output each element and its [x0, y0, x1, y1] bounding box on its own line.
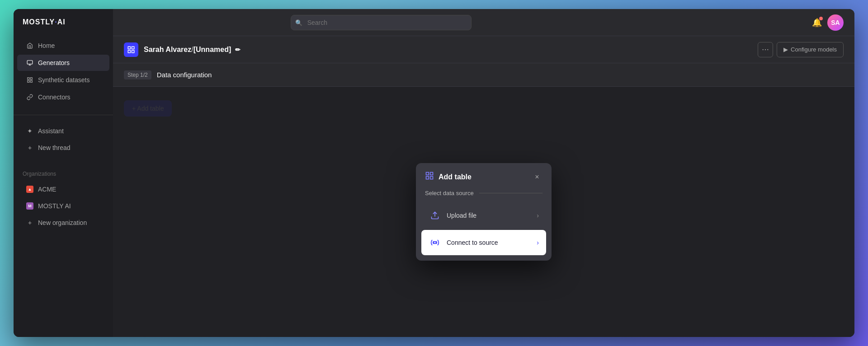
breadcrumb-user: Sarah Alvarez [144, 46, 191, 53]
more-options-button[interactable]: ⋯ [758, 42, 773, 57]
topbar-actions: 🔔 SA [812, 14, 844, 31]
svg-rect-6 [30, 80, 32, 82]
mostly-ai-org-icon: M [26, 202, 33, 210]
search-bar: 🔍 [291, 15, 472, 30]
sidebar-item-assistant[interactable]: ✦ Assistant [17, 123, 109, 139]
sidebar-item-generators-label: Generators [38, 59, 70, 66]
connect-source-icon [429, 236, 441, 249]
sidebar-item-new-thread-label: New thread [38, 144, 71, 151]
search-icon: 🔍 [295, 19, 302, 26]
new-thread-icon: + [26, 144, 33, 151]
sidebar-item-synthetic-datasets[interactable]: Synthetic datasets [17, 72, 109, 88]
generator-header: Sarah Alvarez/[Unnamed] ✏ ⋯ ▶ Configure … [113, 36, 854, 63]
configure-models-button[interactable]: ▶ Configure models [777, 42, 844, 57]
svg-rect-0 [27, 61, 33, 64]
modal-overlay[interactable]: Add table × Select data source [113, 87, 854, 337]
sidebar-item-new-org[interactable]: + New organization [17, 215, 109, 231]
organizations-label: Organizations [14, 164, 113, 181]
connect-to-source-option[interactable]: Connect to source › [421, 230, 546, 255]
search-input[interactable] [291, 15, 472, 30]
modal-title: Add table [439, 173, 527, 181]
page-body: + Add table Add table [113, 87, 854, 337]
topbar: 🔍 🔔 SA [113, 9, 854, 36]
step-title: Data configuration [157, 71, 212, 79]
svg-point-16 [434, 242, 436, 244]
app-logo: MOSTLY·AI [14, 18, 113, 37]
svg-rect-8 [132, 47, 134, 49]
main-content: 🔍 🔔 SA Sarah Alvarez/[Unnamed] [113, 9, 854, 337]
step-badge: Step 1/2 [124, 70, 151, 79]
sidebar-item-new-thread[interactable]: + New thread [17, 140, 109, 156]
modal-close-button[interactable]: × [532, 172, 542, 182]
play-icon: ▶ [783, 46, 788, 53]
svg-rect-12 [430, 173, 433, 175]
svg-rect-4 [30, 78, 32, 79]
sidebar-item-mostly-ai-label: MOSTLY AI [38, 202, 71, 210]
sidebar-item-acme-label: ACME [38, 186, 56, 193]
modal-section-label: Select data source [416, 190, 552, 203]
connectors-icon [26, 94, 33, 101]
svg-rect-3 [28, 78, 29, 79]
header-actions: ⋯ ▶ Configure models [758, 42, 844, 57]
sidebar-item-home-label: Home [38, 42, 55, 49]
upload-file-option[interactable]: Upload file › [421, 203, 546, 228]
home-icon [26, 42, 33, 49]
modal-body: Upload file › [416, 203, 552, 261]
sidebar-item-home[interactable]: Home [17, 37, 109, 54]
edit-icon[interactable]: ✏ [235, 46, 241, 53]
upload-icon [429, 209, 441, 222]
add-table-modal: Add table × Select data source [416, 163, 552, 261]
svg-rect-10 [132, 50, 134, 52]
generators-icon [26, 59, 33, 66]
configure-models-label: Configure models [791, 46, 837, 53]
connect-chevron-icon: › [537, 239, 539, 246]
upload-file-label: Upload file [447, 212, 531, 219]
svg-rect-5 [28, 80, 29, 82]
app-window: MOSTLY·AI Home Generators [14, 9, 854, 337]
generator-icon [124, 42, 138, 57]
add-table-modal-icon [425, 171, 434, 182]
svg-rect-14 [430, 177, 433, 179]
svg-rect-9 [128, 50, 130, 52]
sidebar-item-acme[interactable]: ▲ ACME [17, 181, 109, 197]
step-bar: Step 1/2 Data configuration [113, 63, 854, 87]
more-options-icon: ⋯ [762, 45, 769, 54]
sidebar: MOSTLY·AI Home Generators [14, 9, 113, 337]
svg-rect-11 [426, 173, 429, 175]
generator-breadcrumb: Sarah Alvarez/[Unnamed] ✏ [144, 46, 241, 54]
acme-org-icon: ▲ [26, 186, 33, 193]
breadcrumb-name: [Unnamed] [193, 46, 231, 53]
sidebar-item-mostly-ai[interactable]: M MOSTLY AI [17, 198, 109, 214]
svg-rect-7 [128, 47, 130, 49]
sidebar-item-new-org-label: New organization [38, 219, 87, 226]
avatar[interactable]: SA [827, 14, 844, 31]
sidebar-item-connectors[interactable]: Connectors [17, 89, 109, 105]
connect-to-source-label: Connect to source [447, 239, 531, 246]
sidebar-item-datasets-label: Synthetic datasets [38, 76, 90, 84]
new-org-icon: + [26, 219, 33, 226]
svg-rect-13 [426, 177, 429, 179]
datasets-icon [26, 76, 33, 84]
modal-header: Add table × [416, 163, 552, 190]
sidebar-item-connectors-label: Connectors [38, 94, 71, 101]
assistant-icon: ✦ [26, 127, 33, 135]
sidebar-item-assistant-label: Assistant [38, 127, 64, 135]
notification-dot [819, 17, 823, 20]
sidebar-item-generators[interactable]: Generators [17, 55, 109, 71]
notification-bell[interactable]: 🔔 [812, 18, 822, 28]
upload-chevron-icon: › [537, 212, 539, 219]
close-icon: × [535, 173, 539, 181]
